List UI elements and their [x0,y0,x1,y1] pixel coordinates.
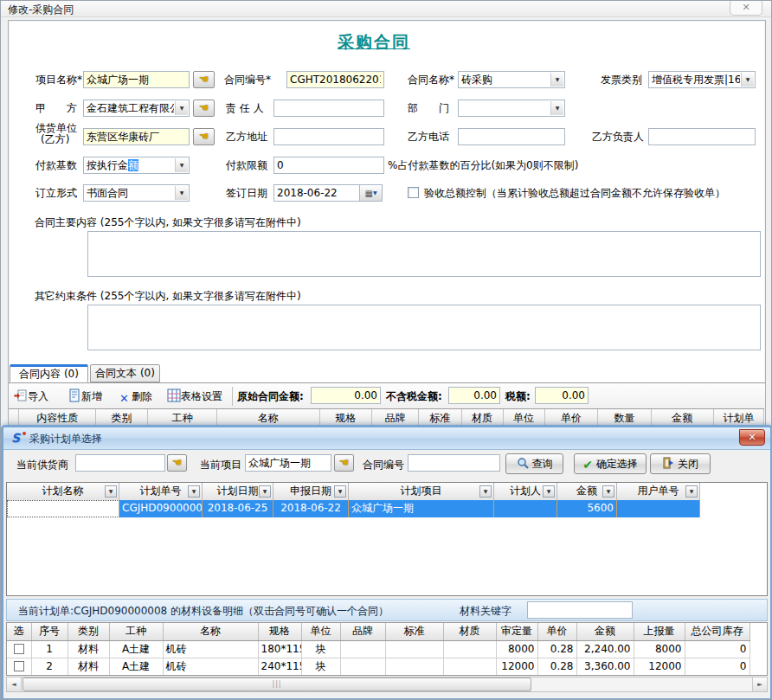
filter-dropdown-icon[interactable]: ▼ [543,485,555,498]
material-row[interactable]: 1 材料 A土建 机砖 180*115* 块 8000 0.28 2,240.0… [7,640,749,658]
column-header: 序号 [31,623,68,640]
filter-dropdown-icon[interactable]: ▼ [602,485,614,498]
chevron-down-icon[interactable]: ▼ [175,158,188,172]
tab-contract-text[interactable]: 合同文本 (0) [90,364,160,382]
party-a-picker-button[interactable]: ☚ [193,100,215,117]
scrollbar-thumb[interactable]: ||| [23,678,531,691]
plan-column-header[interactable]: 用户单号▼ [617,483,700,500]
pay-base-combo[interactable]: 按执行金额 ▼ [83,157,190,174]
project-picker-button[interactable]: ☚ [193,71,215,88]
calendar-dropdown-button[interactable]: ▦▼ [360,184,383,202]
contract-name-combo[interactable]: 砖采购 ▼ [458,71,565,88]
material-row[interactable]: 2 材料 A土建 机砖 240*115* 块 12000 0.28 3,360.… [7,658,749,675]
responsible-input[interactable] [273,100,384,117]
close-dialog-button[interactable]: 关闭 [650,453,711,474]
current-project-input[interactable] [245,454,331,472]
filter-dropdown-icon[interactable]: ▼ [259,485,271,498]
form-type-combo[interactable]: 书面合同 ▼ [83,184,190,202]
column-header[interactable]: 工种 [147,409,216,427]
supplier-picker-button[interactable]: ☚ [193,128,215,145]
notax-amount-input[interactable] [448,387,500,404]
query-button[interactable]: 查询 [505,453,563,474]
amount-cell[interactable]: 5600 [557,500,617,517]
report-date-cell[interactable]: 2018-06-22 [273,500,349,517]
column-header[interactable]: 内容性质 [19,409,95,427]
user-no-cell[interactable] [617,500,700,517]
plan-column-header[interactable]: 计划项目▼ [349,483,494,500]
row-checkbox[interactable] [14,661,24,671]
chevron-down-icon[interactable]: ▼ [175,186,188,200]
accept-total-checkbox[interactable] [408,187,419,198]
dialog-close-button[interactable]: ✕ [739,429,765,446]
column-header[interactable]: 计划单 [713,409,763,427]
plan-column-header[interactable]: 计划名称▼ [7,483,119,500]
column-header[interactable]: 标准 [418,409,461,427]
confirm-select-button[interactable]: ✔确定选择 [574,453,647,474]
column-header[interactable]: 名称 [216,409,319,427]
keyword-input[interactable] [527,601,633,619]
plan-grid-selected-row[interactable]: CGJHD090000008 2018-06-25 2018-06-22 众城广… [7,500,700,517]
column-header[interactable]: 材质 [461,409,503,427]
horizontal-scrollbar[interactable]: ◄ ||| ► [6,677,768,692]
delete-button[interactable]: ✕删除 [119,387,152,406]
add-button[interactable]: 新增 [68,387,102,406]
plan-date-cell[interactable]: 2018-06-25 [203,500,273,517]
filter-dropdown-icon[interactable]: ▼ [334,485,346,498]
other-terms-textarea[interactable] [87,305,761,350]
main-content-textarea[interactable] [87,231,761,277]
tax-amount-input[interactable] [535,387,589,404]
column-header[interactable]: 规格 [319,409,372,427]
filter-dropdown-icon[interactable]: ▼ [479,485,492,498]
table-settings-button[interactable]: 表格设置 [167,387,222,406]
project-picker-button[interactable]: ☚ [334,454,354,472]
chevron-down-icon[interactable]: ▼ [741,73,754,87]
column-header[interactable]: 数量 [598,409,652,427]
orig-amount-input[interactable] [311,387,381,404]
plan-column-header[interactable]: 申报日期▼ [273,483,349,500]
chevron-down-icon[interactable]: ▼ [550,101,563,115]
project-input[interactable] [83,71,190,88]
pay-limit-input[interactable] [273,157,384,174]
column-header[interactable]: 单位 [503,409,544,427]
column-header[interactable]: 金额 [651,409,713,427]
pay-limit-label: 付款限额 [226,157,267,174]
scroll-left-arrow-icon[interactable]: ◄ [7,678,22,691]
tab-contract-content[interactable]: 合同内容 (0) [10,364,88,382]
app-window: 修改-采购合同 ✕ 采购合同 项目名称* ☚ 合同编号* 合同名称* 砖采购 ▼… [0,0,772,700]
standard-cell [385,658,443,675]
plan-no-cell[interactable]: CGJHD090000008 [119,500,203,517]
column-header[interactable]: 类别 [95,409,147,427]
party-a-combo[interactable]: 金石建筑工程有限公 ▼ [83,100,190,117]
party-b-tel-input[interactable] [458,128,565,145]
chevron-down-icon[interactable]: ▼ [175,101,188,115]
plan-name-cell[interactable] [7,500,119,517]
scroll-right-arrow-icon[interactable]: ► [752,678,767,691]
contract-no-input[interactable] [408,454,500,472]
party-b-addr-input[interactable] [273,128,384,145]
filter-dropdown-icon[interactable]: ▼ [188,485,200,498]
import-button[interactable]: 导入 [14,387,48,406]
filter-dropdown-icon[interactable]: ▼ [685,485,698,498]
dept-combo[interactable]: ▼ [458,100,565,117]
hand-icon: ☚ [199,130,209,143]
plan-column-header[interactable]: 计划单号▼ [119,483,203,500]
supplier-input[interactable] [83,128,190,145]
supplier-picker-button[interactable]: ☚ [167,454,187,472]
column-header[interactable]: 单价 [544,409,598,427]
party-b-head-input[interactable] [648,128,756,145]
filter-dropdown-icon[interactable]: ▼ [105,485,117,498]
other-terms-label: 其它约束条件 (255个字以内, 如果文字很多请写在附件中) [35,287,301,305]
contract-no-input[interactable] [286,71,384,88]
plan-column-header[interactable]: 计划日期▼ [203,483,273,500]
column-header[interactable]: 品牌 [372,409,418,427]
row-checkbox[interactable] [14,644,24,654]
project-cell[interactable]: 众城广场一期 [349,500,494,517]
planner-cell[interactable] [494,500,557,517]
plan-column-header[interactable]: 计划人▼ [494,483,557,500]
window-close-button[interactable]: ✕ [730,1,762,16]
chevron-down-icon[interactable]: ▼ [550,73,563,87]
plan-column-header[interactable]: 金额▼ [557,483,617,500]
current-supplier-input[interactable] [75,454,165,472]
invoice-type-combo[interactable]: 增值税专用发票|16 ▼ [648,71,756,88]
sign-date-input[interactable] [273,184,360,202]
